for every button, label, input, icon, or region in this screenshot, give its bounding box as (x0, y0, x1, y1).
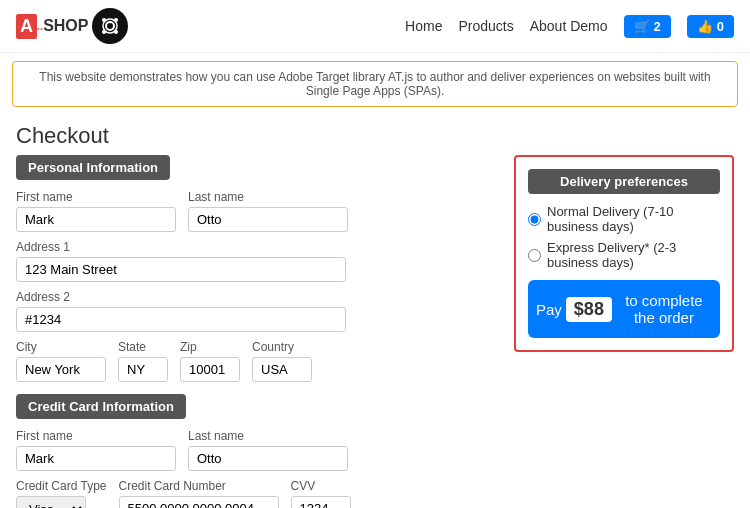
first-name-group: First name (16, 190, 176, 232)
zip-label: Zip (180, 340, 240, 354)
main-content: Personal Information First name Last nam… (0, 155, 750, 508)
svg-point-3 (102, 30, 106, 34)
cc-num-label: Credit Card Number (119, 479, 279, 493)
first-name-label: First name (16, 190, 176, 204)
banner-text: This website demonstrates how you can us… (39, 70, 710, 98)
cc-last-name-input[interactable] (188, 446, 348, 471)
logo-a-text: A (16, 14, 37, 39)
personal-section: Personal Information First name Last nam… (16, 155, 494, 382)
express-delivery-label: Express Delivery* (2-3 business days) (547, 240, 720, 270)
logo-shop-text: SHOP (43, 17, 88, 35)
cc-details-row: Credit Card Type Visa Mastercard Amex Cr… (16, 479, 494, 508)
nav: Home Products About Demo 🛒 2 👍 0 (405, 15, 734, 38)
city-group: City (16, 340, 106, 382)
like-button[interactable]: 👍 0 (687, 15, 734, 38)
normal-delivery-radio[interactable] (528, 213, 541, 226)
delivery-panel: Delivery preferences Normal Delivery (7-… (514, 155, 734, 352)
address2-row: Address 2 (16, 290, 494, 332)
country-input[interactable] (252, 357, 312, 382)
delivery-options: Normal Delivery (7-10 business days) Exp… (528, 204, 720, 270)
city-row: City State Zip Country (16, 340, 494, 382)
like-icon: 👍 (697, 19, 713, 34)
credit-section-header: Credit Card Information (16, 394, 186, 419)
cc-first-name-group: First name (16, 429, 176, 471)
state-input[interactable] (118, 357, 168, 382)
last-name-input[interactable] (188, 207, 348, 232)
normal-delivery-option: Normal Delivery (7-10 business days) (528, 204, 720, 234)
cc-type-group: Credit Card Type Visa Mastercard Amex (16, 479, 107, 508)
address2-group: Address 2 (16, 290, 346, 332)
cc-num-input[interactable] (119, 496, 279, 508)
credit-section: Credit Card Information First name Last … (16, 394, 494, 508)
personal-section-header: Personal Information (16, 155, 170, 180)
zip-input[interactable] (180, 357, 240, 382)
last-name-group: Last name (188, 190, 348, 232)
pay-label-before: Pay (536, 301, 562, 318)
svg-point-5 (102, 18, 106, 22)
pay-label-after: to complete the order (616, 292, 712, 326)
country-label: Country (252, 340, 312, 354)
right-column: Delivery preferences Normal Delivery (7-… (514, 155, 734, 508)
zip-group: Zip (180, 340, 240, 382)
pay-button[interactable]: Pay $88 to complete the order (528, 280, 720, 338)
header: A .. SHOP Home Products About Demo 🛒 2 👍… (0, 0, 750, 53)
country-group: Country (252, 340, 312, 382)
svg-point-4 (114, 30, 118, 34)
page-title: Checkout (0, 115, 750, 155)
express-delivery-option: Express Delivery* (2-3 business days) (528, 240, 720, 270)
cvv-input[interactable] (291, 496, 351, 508)
city-label: City (16, 340, 106, 354)
nav-products[interactable]: Products (458, 18, 513, 34)
like-count: 0 (717, 19, 724, 34)
name-row: First name Last name (16, 190, 494, 232)
state-label: State (118, 340, 168, 354)
address1-group: Address 1 (16, 240, 346, 282)
address2-input[interactable] (16, 307, 346, 332)
state-group: State (118, 340, 168, 382)
nav-about[interactable]: About Demo (530, 18, 608, 34)
cart-count: 2 (654, 19, 661, 34)
cc-first-name-input[interactable] (16, 446, 176, 471)
logo-icon (92, 8, 128, 44)
address2-label: Address 2 (16, 290, 346, 304)
logo: A .. SHOP (16, 8, 128, 44)
express-delivery-radio[interactable] (528, 249, 541, 262)
cc-type-select[interactable]: Visa Mastercard Amex (16, 496, 86, 508)
address1-row: Address 1 (16, 240, 494, 282)
svg-point-0 (106, 22, 114, 30)
normal-delivery-label: Normal Delivery (7-10 business days) (547, 204, 720, 234)
info-banner: This website demonstrates how you can us… (12, 61, 738, 107)
cc-last-name-group: Last name (188, 429, 348, 471)
cc-type-label: Credit Card Type (16, 479, 107, 493)
camera-icon (98, 14, 122, 38)
delivery-header: Delivery preferences (528, 169, 720, 194)
city-input[interactable] (16, 357, 106, 382)
first-name-input[interactable] (16, 207, 176, 232)
cart-icon: 🛒 (634, 19, 650, 34)
left-column: Personal Information First name Last nam… (16, 155, 494, 508)
cc-first-name-label: First name (16, 429, 176, 443)
address1-input[interactable] (16, 257, 346, 282)
logo-brand: A .. SHOP (16, 14, 88, 39)
cart-button[interactable]: 🛒 2 (624, 15, 671, 38)
cvv-label: CVV (291, 479, 351, 493)
address1-label: Address 1 (16, 240, 346, 254)
cc-name-row: First name Last name (16, 429, 494, 471)
last-name-label: Last name (188, 190, 348, 204)
svg-point-2 (114, 18, 118, 22)
nav-home[interactable]: Home (405, 18, 442, 34)
cvv-group: CVV (291, 479, 351, 508)
pay-amount: $88 (566, 297, 612, 322)
cc-last-name-label: Last name (188, 429, 348, 443)
cc-num-group: Credit Card Number (119, 479, 279, 508)
